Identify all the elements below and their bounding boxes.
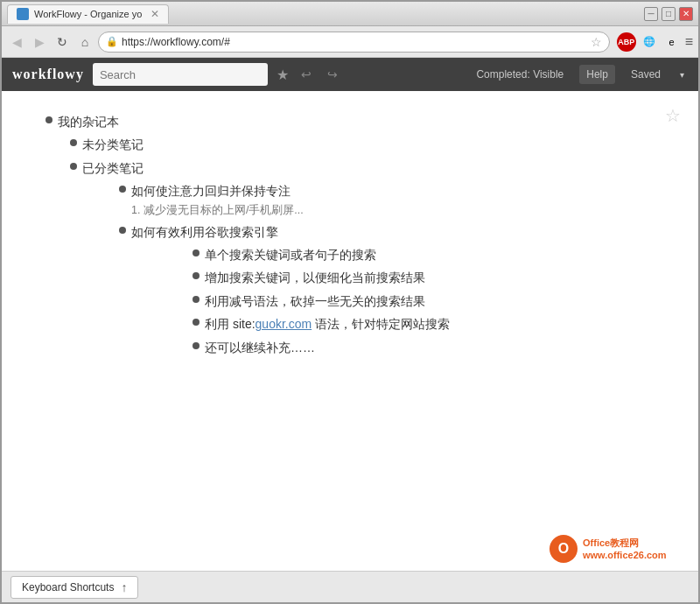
browser-toolbar: ◀ ▶ ↻ ⌂ 🔒 https://workflowy.com/# ☆ ABP … [2,26,698,58]
item-note: 1. 减少漫无目标的上网/手机刷屏... [131,201,304,219]
item-content: 如何有效利用谷歌搜索引擎 [119,222,672,242]
search-star-icon[interactable]: ★ [276,67,289,83]
outline-children: 未分类笔记 已分类笔记 [46,135,672,357]
forward-btn[interactable]: ▶ [30,32,49,52]
tab-title: WorkFlowy - Organize yo [34,9,142,19]
shortcuts-arrow-icon: ↑ [121,580,127,594]
item-content: 增加搜索关键词，以便细化当前搜索结果 [192,268,672,287]
search-input[interactable] [93,63,268,86]
item-text: 单个搜索关键词或者句子的搜索 [205,245,376,264]
item-text: 已分类笔记 [82,158,144,178]
item-text: 利用 site:guokr.com 语法，针对特定网站搜索 [205,314,450,334]
outline-list: 我的杂记本 未分类笔记 已分类笔记 [46,112,672,357]
saved-status: Saved [624,65,668,84]
redo-btn[interactable]: ↪ [324,66,341,83]
office-logo: O [550,535,578,563]
tab-favicon [17,8,29,20]
item-content: 未分类笔记 [70,135,672,154]
item-text: 利用减号语法，砍掉一些无关的搜索结果 [205,291,425,311]
bullet-icon [192,249,200,256]
office-watermark: O Office教程网 www.office26.com [541,527,698,571]
bullet-icon [119,227,126,234]
close-btn[interactable]: ✕ [679,7,693,21]
item-text: 如何使注意力回归并保持专注 [131,181,304,200]
title-bar: WorkFlowy - Organize yo ✕ ─ □ ✕ [2,2,698,26]
keyboard-shortcuts-btn[interactable]: Keyboard Shortcuts ↑ [10,576,138,599]
item-content: 我的杂记本 [46,112,672,131]
app-logo: workflowy [12,67,84,82]
bullet-icon [46,116,52,123]
address-bar[interactable]: 🔒 https://workflowy.com/# ☆ [98,32,610,53]
window-controls: ─ □ ✕ [644,7,693,21]
item-content: 单个搜索关键词或者句子的搜索 [192,245,672,264]
refresh-btn[interactable]: ↻ [52,32,72,52]
item-text: 如何有效利用谷歌搜索引擎 [131,222,278,242]
back-btn[interactable]: ◀ [7,32,26,52]
ext-btn-1[interactable]: 🌐 [640,32,659,52]
window-frame: WorkFlowy - Organize yo ✕ ─ □ ✕ ◀ ▶ ↻ ⌂ … [0,0,700,604]
browser-menu-btn[interactable]: ≡ [685,34,693,50]
ext-btn-2[interactable]: e [662,32,682,52]
list-item: 利用 site:guokr.com 语法，针对特定网站搜索 [119,314,672,334]
office-text-line1: Office教程网 [583,537,667,549]
bottom-bar: Keyboard Shortcuts ↑ [2,571,698,602]
item-block: 如何使注意力回归并保持专注 1. 减少漫无目标的上网/手机刷屏... [131,181,304,218]
list-item: 未分类笔记 [46,135,672,154]
url-text: https://workflowy.com/# [122,36,587,48]
bullet-icon [70,163,77,170]
home-btn[interactable]: ⌂ [75,32,94,52]
list-item: 已分类笔记 如何使注意力回归并保持专注 1. 减少漫无目标的上网/手机刷屏... [46,158,672,357]
browser-extensions: ABP 🌐 e ≡ [617,32,693,52]
list-item: 我的杂记本 未分类笔记 已分类笔记 [46,112,672,357]
item-content: 利用 site:guokr.com 语法，针对特定网站搜索 [192,314,672,334]
item-content: 已分类笔记 [70,158,672,178]
bullet-icon [70,139,77,146]
tab-close-btn[interactable]: ✕ [150,8,159,20]
outline-children: 如何使注意力回归并保持专注 1. 减少漫无目标的上网/手机刷屏... 如何有效利… [70,181,672,357]
outline-children: 单个搜索关键词或者句子的搜索 增加搜索关键词，以便细化当前搜索结果 [119,245,672,357]
list-item: 如何有效利用谷歌搜索引擎 单个搜索关键词或者句子的搜索 [70,222,672,357]
bullet-icon [119,186,126,193]
list-item: 单个搜索关键词或者句子的搜索 [119,245,672,264]
item-text: 还可以继续补充…… [205,338,315,357]
office-text-line2: www.office26.com [583,549,667,561]
main-content: ☆ 我的杂记本 未分类笔记 [2,91,698,571]
maximize-btn[interactable]: □ [662,7,676,21]
item-text: 增加搜索关键词，以便细化当前搜索结果 [205,268,425,287]
adblock-btn[interactable]: ABP [617,32,636,52]
minimize-btn[interactable]: ─ [644,7,658,21]
list-item: 利用减号语法，砍掉一些无关的搜索结果 [119,291,672,311]
keyboard-shortcuts-label: Keyboard Shortcuts [22,581,114,593]
app-toolbar: workflowy ★ ↩ ↪ Completed: Visible Help … [2,58,698,91]
browser-tab[interactable]: WorkFlowy - Organize yo ✕ [7,4,169,24]
site-link[interactable]: guokr.com [256,317,312,331]
list-item: 增加搜索关键词，以便细化当前搜索结果 [119,268,672,287]
bookmark-star-icon[interactable]: ☆ [591,35,602,49]
bullet-icon [192,296,200,303]
account-dropdown-btn[interactable]: ▾ [676,67,688,83]
bullet-icon [192,272,200,279]
item-content: 如何使注意力回归并保持专注 1. 减少漫无目标的上网/手机刷屏... [119,181,672,218]
lock-icon: 🔒 [106,36,118,47]
item-text: 未分类笔记 [82,135,144,154]
office-text-block: Office教程网 www.office26.com [583,537,667,562]
bullet-icon [192,342,200,349]
item-content: 利用减号语法，砍掉一些无关的搜索结果 [192,291,672,311]
item-text: 我的杂记本 [58,112,119,131]
list-item: 还可以继续补充…… [119,338,672,357]
item-content: 还可以继续补充…… [192,338,672,357]
bullet-icon [192,319,200,326]
help-btn[interactable]: Help [579,65,615,84]
undo-btn[interactable]: ↩ [298,66,315,83]
completed-toggle-btn[interactable]: Completed: Visible [469,65,570,84]
list-item: 如何使注意力回归并保持专注 1. 减少漫无目标的上网/手机刷屏... [70,181,672,218]
